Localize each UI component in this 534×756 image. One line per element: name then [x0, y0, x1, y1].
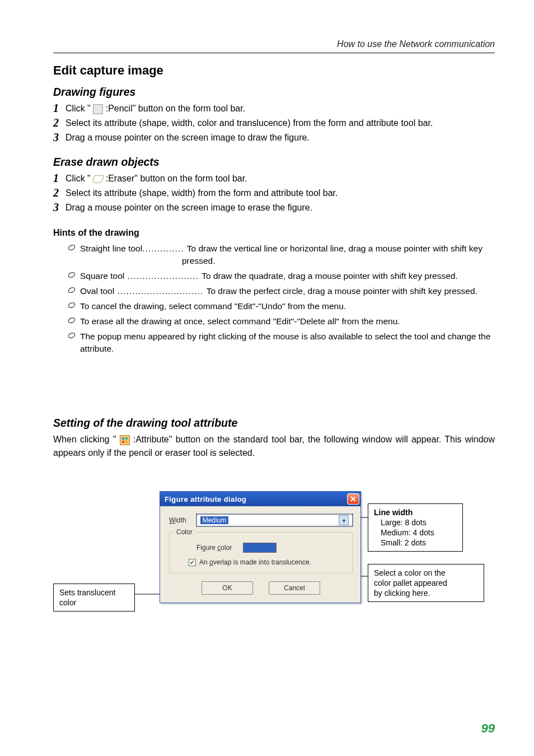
- subsection-attribute: Setting of the drawing tool attribute: [53, 417, 495, 430]
- svg-point-2: [68, 287, 76, 293]
- subsection-drawing: Drawing figures: [53, 86, 495, 99]
- pencil-icon: [93, 104, 103, 114]
- text: olor: [221, 544, 232, 552]
- bullet-icon: [68, 270, 76, 282]
- svg-point-3: [68, 302, 76, 309]
- text: by clicking here.: [374, 588, 478, 598]
- translucence-checkbox[interactable]: ✔: [189, 559, 196, 566]
- step-number: 2: [53, 116, 63, 129]
- text: ..............: [142, 244, 187, 253]
- width-combo[interactable]: Medium ▾: [196, 514, 353, 526]
- text: Select a color on the: [374, 568, 478, 578]
- page-number: 99: [481, 721, 495, 736]
- figure-color-label: Figure color: [196, 544, 232, 552]
- bullet-icon: [68, 330, 76, 355]
- svg-point-4: [68, 317, 76, 324]
- text: Oval tool: [80, 285, 114, 297]
- step-number: 3: [53, 131, 63, 143]
- text: ........................: [124, 271, 202, 281]
- step-text: Click " :Eraser" button on the form tool…: [65, 172, 495, 185]
- text: color: [59, 598, 129, 608]
- text: Square tool: [80, 270, 124, 282]
- text: color pallet appeared: [374, 578, 478, 588]
- text: pressed.: [182, 255, 495, 267]
- attribute-icon: [120, 435, 130, 445]
- chevron-down-icon[interactable]: ▾: [339, 515, 349, 525]
- text: To draw the vertical line or horizontal …: [187, 244, 483, 253]
- bullet-icon: [68, 300, 76, 312]
- paragraph: When clicking " :Attribute" button on th…: [53, 433, 495, 460]
- step-text: Drag a mouse pointer on the screen image…: [65, 201, 495, 214]
- step-text: Click " :Pencil" button on the form tool…: [65, 102, 495, 115]
- step-text: Select its attribute (shape, width, colo…: [65, 116, 495, 130]
- text: Click ": [65, 104, 93, 113]
- hint-row: Straight line tool.............. To draw…: [80, 242, 495, 267]
- callout-color: Select a color on the color pallet appea…: [368, 564, 484, 602]
- step-number: 2: [53, 186, 63, 199]
- dialog-title: Figure attribute dialog: [165, 495, 246, 503]
- text: Small: 2 dots: [374, 538, 457, 548]
- text: W: [169, 516, 175, 524]
- hint-row: Square tool ........................ To …: [80, 270, 495, 282]
- svg-point-5: [68, 332, 76, 339]
- titlebar: Figure attribute dialog ✕: [160, 492, 360, 506]
- step-number: 1: [53, 102, 63, 114]
- ok-button[interactable]: OK: [202, 581, 253, 595]
- text: Click ": [65, 174, 93, 183]
- text: :Pencil" button on the form tool bar.: [106, 104, 245, 113]
- step-text: Select its attribute (shape, width) from…: [65, 186, 495, 200]
- text: verlap is made into translucence.: [213, 558, 311, 566]
- cancel-button[interactable]: Cancel: [269, 581, 320, 595]
- text: An: [199, 558, 209, 566]
- close-icon[interactable]: ✕: [347, 493, 359, 505]
- text: Figure: [196, 544, 217, 552]
- hint-row: The popup menu appeared by right clickin…: [80, 330, 495, 355]
- subsection-erase: Erase drawn objects: [53, 156, 495, 169]
- figure-attribute-dialog: Figure attribute dialog ✕ Width Medium ▾…: [160, 491, 361, 603]
- text: Large: 8 dots: [374, 517, 457, 528]
- callout-linewidth: Line width Large: 8 dots Medium: 4 dots …: [368, 503, 463, 552]
- text: .............................: [114, 286, 207, 296]
- bullet-icon: [68, 285, 76, 297]
- hint-row: To erase all the drawing at once, select…: [80, 315, 495, 328]
- text: Straight line tool: [80, 242, 142, 255]
- svg-point-0: [68, 244, 76, 251]
- text: o: [209, 558, 213, 566]
- figure-color-swatch[interactable]: [243, 543, 277, 553]
- step-number: 3: [53, 201, 63, 213]
- color-group: Color Figure color ✔ An overlap is made …: [169, 532, 353, 573]
- svg-point-1: [68, 272, 76, 278]
- text: Line width: [374, 507, 457, 517]
- width-value: Medium: [200, 516, 229, 524]
- text: idth: [175, 516, 186, 524]
- step-text: Drag a mouse pointer on the screen image…: [65, 131, 495, 144]
- hints-heading: Hints of the drawing: [53, 228, 495, 238]
- eraser-icon: [92, 175, 105, 183]
- width-label: Width: [169, 516, 186, 524]
- group-label: Color: [174, 528, 195, 536]
- text: To draw the perfect circle, drag a mouse…: [207, 286, 477, 296]
- text: :Eraser" button on the form tool bar.: [106, 174, 247, 183]
- bullet-icon: [68, 315, 76, 328]
- page-header: How to use the Network communication: [53, 39, 495, 53]
- translucence-label: An overlap is made into translucence.: [199, 558, 311, 566]
- hint-row: To cancel the drawing, select command "E…: [80, 300, 495, 312]
- text: Medium: 4 dots: [374, 528, 457, 538]
- step-number: 1: [53, 172, 63, 184]
- text: Sets translucent: [59, 587, 129, 598]
- bullet-icon: [68, 242, 76, 267]
- hint-row: Oval tool ............................. …: [80, 285, 495, 297]
- section-title: Edit capture image: [53, 63, 495, 78]
- text: To draw the quadrate, drag a mouse point…: [202, 271, 458, 281]
- callout-translucent: Sets translucent color: [53, 584, 135, 612]
- text: When clicking ": [53, 435, 120, 444]
